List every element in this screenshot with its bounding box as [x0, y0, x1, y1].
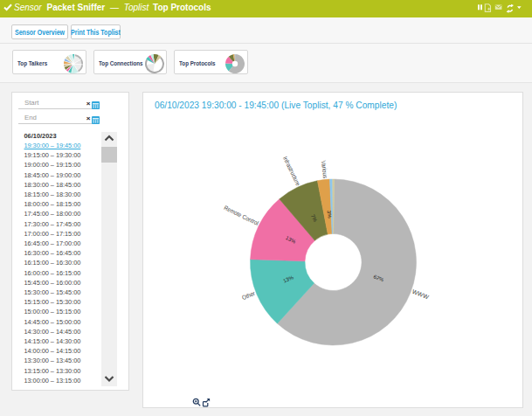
svg-text:WWW: WWW: [411, 288, 430, 301]
svg-text:Various: Various: [321, 160, 328, 179]
svg-text:Infrastructure: Infrastructure: [282, 156, 301, 187]
svg-text:Remote Control: Remote Control: [223, 205, 259, 226]
svg-text:Other: Other: [241, 290, 256, 302]
svg-text:3%: 3%: [327, 211, 333, 219]
